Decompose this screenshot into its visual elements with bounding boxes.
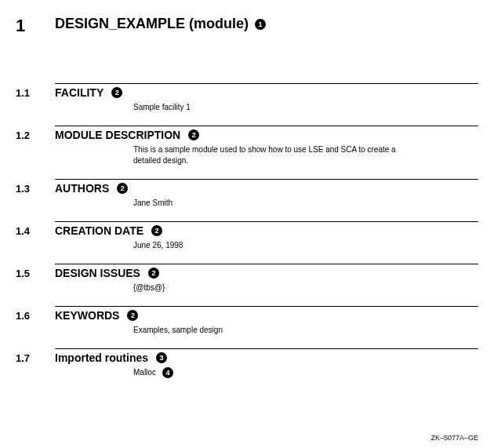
section-number: 1.5 bbox=[16, 264, 55, 293]
section: 1.2MODULE DESCRIPTION2This is a sample m… bbox=[16, 126, 478, 166]
section-heading: CREATION DATE bbox=[55, 224, 143, 237]
section-heading-wrap: DESIGN ISSUES2 bbox=[55, 267, 478, 279]
section-rule bbox=[55, 221, 478, 222]
section-rule bbox=[55, 179, 478, 180]
section-item: This is a sample module used to show how… bbox=[133, 144, 408, 166]
callout-marker: 3 bbox=[156, 352, 167, 363]
section-body: Sample facility 1 bbox=[55, 102, 408, 113]
section-number: 1.6 bbox=[16, 306, 55, 336]
callout-marker: 4 bbox=[162, 367, 173, 378]
callout-marker: 2 bbox=[111, 87, 122, 98]
section-content: DESIGN ISSUES2{@tbs@} bbox=[55, 264, 478, 293]
section-heading: KEYWORDS bbox=[55, 309, 119, 322]
section-heading-wrap: MODULE DESCRIPTION2 bbox=[55, 129, 478, 141]
section-item: Jane Smith bbox=[133, 198, 408, 209]
callout-marker: 2 bbox=[127, 310, 138, 321]
section-rule bbox=[55, 83, 478, 84]
section-body: Examples, sample design bbox=[55, 325, 408, 336]
section-heading-wrap: KEYWORDS2 bbox=[55, 309, 478, 322]
section-rule bbox=[55, 264, 478, 264]
section-heading-wrap: Imported routines3 bbox=[55, 351, 478, 364]
callout-marker: 2 bbox=[188, 129, 199, 140]
callout-marker: 2 bbox=[151, 225, 162, 236]
main-title-wrap: DESIGN_EXAMPLE (module) 1 bbox=[55, 16, 478, 32]
main-header: 1 DESIGN_EXAMPLE (module) 1 bbox=[16, 16, 478, 36]
section-item: Examples, sample design bbox=[133, 325, 408, 336]
section-heading-wrap: AUTHORS2 bbox=[55, 182, 478, 195]
section: 1.1FACILITY2Sample facility 1 bbox=[16, 83, 478, 113]
section-rule bbox=[55, 348, 478, 349]
section-content: Imported routines3Malloc4 bbox=[55, 348, 478, 378]
section-heading: Imported routines bbox=[55, 351, 148, 364]
section-heading-wrap: CREATION DATE2 bbox=[55, 224, 478, 237]
section-item: Sample facility 1 bbox=[133, 102, 408, 113]
section-body: June 26, 1998 bbox=[55, 240, 408, 251]
section-body-text: June 26, 1998 bbox=[133, 240, 183, 251]
section-item: June 26, 1998 bbox=[133, 240, 408, 251]
callout-marker: 2 bbox=[117, 183, 128, 194]
section-content: FACILITY2Sample facility 1 bbox=[55, 83, 478, 113]
section-number: 1.1 bbox=[16, 83, 55, 113]
section-heading-wrap: FACILITY2 bbox=[55, 86, 478, 99]
section-item: {@tbs@} bbox=[133, 282, 408, 293]
callout-marker: 2 bbox=[148, 268, 159, 279]
section-number: 1.2 bbox=[16, 126, 55, 166]
section-body-text: Sample facility 1 bbox=[133, 102, 191, 113]
section-heading: DESIGN ISSUES bbox=[55, 267, 140, 279]
section-body-text: Malloc bbox=[133, 367, 156, 378]
section-body: This is a sample module used to show how… bbox=[55, 144, 408, 166]
section-rule bbox=[55, 306, 478, 307]
section-number: 1.7 bbox=[16, 348, 55, 378]
section-body-text: This is a sample module used to show how… bbox=[133, 144, 408, 166]
section: 1.7Imported routines3Malloc4 bbox=[16, 348, 478, 378]
callout-marker: 1 bbox=[255, 19, 266, 30]
section: 1.5DESIGN ISSUES2{@tbs@} bbox=[16, 264, 478, 293]
section-number: 1.3 bbox=[16, 179, 55, 209]
section-content: MODULE DESCRIPTION2This is a sample modu… bbox=[55, 126, 478, 166]
section-body: Malloc4 bbox=[55, 367, 408, 378]
section-body: Jane Smith bbox=[55, 198, 408, 209]
section-content: CREATION DATE2June 26, 1998 bbox=[55, 221, 478, 251]
document-id: ZK–5077A–GE bbox=[430, 434, 478, 442]
section: 1.6KEYWORDS2Examples, sample design bbox=[16, 306, 478, 336]
section-heading: MODULE DESCRIPTION bbox=[55, 129, 180, 141]
main-title: DESIGN_EXAMPLE (module) bbox=[55, 16, 249, 32]
section-heading: AUTHORS bbox=[55, 182, 109, 195]
section-rule bbox=[55, 126, 478, 126]
main-section-number: 1 bbox=[16, 16, 55, 36]
section: 1.3AUTHORS2Jane Smith bbox=[16, 179, 478, 209]
section-content: KEYWORDS2Examples, sample design bbox=[55, 306, 478, 336]
section-body-text: {@tbs@} bbox=[133, 282, 165, 293]
section-body-text: Jane Smith bbox=[133, 198, 173, 209]
section: 1.4CREATION DATE2June 26, 1998 bbox=[16, 221, 478, 251]
section-item: Malloc4 bbox=[133, 367, 408, 378]
section-content: AUTHORS2Jane Smith bbox=[55, 179, 478, 209]
section-number: 1.4 bbox=[16, 221, 55, 251]
section-body: {@tbs@} bbox=[55, 282, 408, 293]
section-body-text: Examples, sample design bbox=[133, 325, 223, 336]
section-heading: FACILITY bbox=[55, 86, 104, 99]
